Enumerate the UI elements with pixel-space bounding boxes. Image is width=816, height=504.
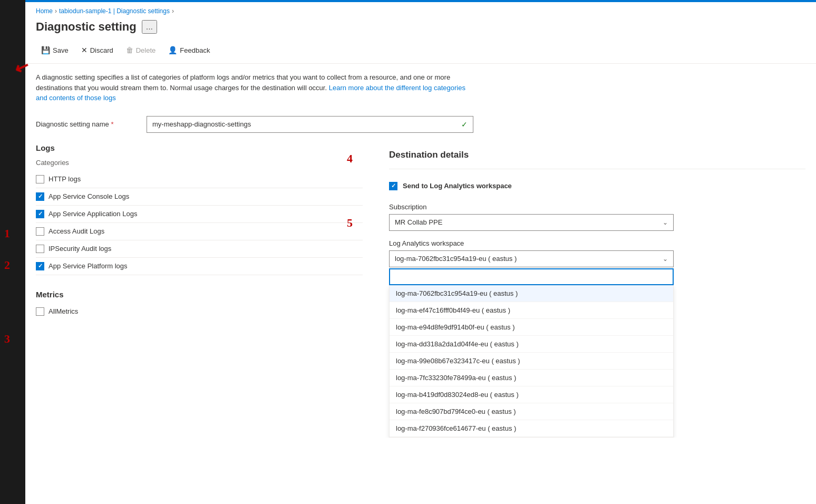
http-logs-checkbox[interactable]	[36, 175, 44, 183]
workspace-chevron: ⌄	[663, 255, 668, 263]
breadcrumb-sep2: ›	[172, 7, 174, 15]
workspace-selected-value: log-ma-7062fbc31c954a19-eu ( eastus )	[395, 255, 517, 263]
workspace-search-input[interactable]	[389, 268, 674, 285]
diagnostic-name-value[interactable]: my-meshapp-diagnostic-settings	[152, 120, 251, 128]
log-item-ipsecurity: IPSecurity Audit logs	[36, 240, 363, 258]
page-title: Diagnostic setting	[36, 20, 137, 34]
workspace-group: Log Analytics workspace log-ma-7062fbc31…	[389, 239, 805, 438]
log-analytics-checkbox[interactable]	[389, 182, 397, 190]
destination-section: Destination details Send to Log Analytic…	[389, 143, 805, 438]
annotation-4: 4	[347, 152, 353, 166]
discard-button[interactable]: ✕ Discard	[76, 43, 119, 57]
logs-section-title: Logs	[36, 137, 363, 157]
save-icon: 💾	[41, 46, 50, 54]
breadcrumb-resource[interactable]: tabiodun-sample-1 | Diagnostic settings	[59, 7, 170, 15]
content-grid: 1 2 3 Logs Categories HTTP logs App Serv…	[25, 137, 816, 438]
console-logs-checkbox[interactable]	[36, 192, 44, 201]
metrics-section-title: Metrics	[36, 284, 363, 303]
annotation-5: 5	[347, 216, 353, 230]
log-item-http: HTTP logs	[36, 171, 363, 188]
checkmark-icon: ✓	[461, 120, 468, 129]
categories-label: Categories	[36, 157, 363, 171]
annotation-2: 2	[4, 258, 10, 272]
description-area: A diagnostic setting specifies a list of…	[25, 64, 479, 112]
console-logs-label: App Service Console Logs	[48, 192, 129, 200]
workspace-label: Log Analytics workspace	[389, 239, 805, 247]
left-panel: Logs Categories HTTP logs App Service Co…	[36, 137, 373, 438]
page-title-row: Diagnostic setting ...	[25, 18, 816, 40]
delete-icon: 🗑	[126, 46, 133, 54]
workspace-item-7[interactable]: log-ma-fe8c907bd79f4ce0-eu ( eastus )	[390, 403, 673, 420]
workspace-select[interactable]: log-ma-7062fbc31c954a19-eu ( eastus ) ⌄	[389, 250, 674, 267]
breadcrumb-sep1: ›	[55, 7, 57, 15]
allmetrics-label: AllMetrics	[48, 307, 78, 315]
ipsecurity-audit-checkbox[interactable]	[36, 245, 44, 253]
subscription-chevron: ⌄	[663, 219, 668, 226]
log-item-application: App Service Application Logs	[36, 206, 363, 223]
workspace-item-3[interactable]: log-ma-dd318a2da1d04f4e-eu ( eastus )	[390, 336, 673, 353]
annotation-1: 1	[4, 227, 10, 240]
metric-item-allmetrics: AllMetrics	[36, 303, 363, 320]
breadcrumb: Home › tabiodun-sample-1 | Diagnostic se…	[25, 2, 816, 18]
workspace-dropdown-container: log-ma-7062fbc31c954a19-eu ( eastus ) ⌄ …	[389, 250, 674, 438]
workspace-item-4[interactable]: log-ma-99e08b67e323417c-eu ( eastus )	[390, 353, 673, 370]
application-logs-checkbox[interactable]	[36, 210, 44, 218]
access-audit-checkbox[interactable]	[36, 227, 44, 236]
breadcrumb-home[interactable]: Home	[36, 7, 53, 15]
subscription-label: Subscription	[389, 203, 805, 211]
access-audit-label: Access Audit Logs	[48, 227, 104, 235]
subscription-group: Subscription MR Collab PPE ⌄	[389, 203, 805, 231]
log-item-platform: App Service Platform logs	[36, 258, 363, 275]
ellipsis-button[interactable]: ...	[142, 20, 157, 34]
right-panel: 4 5 Destination details Send to Log Anal…	[373, 137, 805, 438]
workspace-dropdown-list: log-ma-7062fbc31c954a19-eu ( eastus ) lo…	[389, 285, 674, 438]
workspace-item-6[interactable]: log-ma-b419df0d83024ed8-eu ( eastus )	[390, 386, 673, 403]
workspace-item-2[interactable]: log-ma-e94d8fe9df914b0f-eu ( eastus )	[390, 319, 673, 336]
log-analytics-checkbox-row: Send to Log Analytics workspace	[389, 178, 805, 195]
metrics-section: Metrics AllMetrics	[36, 284, 363, 320]
log-item-console: App Service Console Logs	[36, 188, 363, 206]
toolbar: 💾 Save ✕ Discard 🗑 Delete 👤 Feedback	[25, 40, 816, 64]
save-button[interactable]: 💾 Save	[36, 43, 74, 57]
workspace-item-8[interactable]: log-ma-f270936fce614677-eu ( eastus )	[390, 420, 673, 437]
diagnostic-name-label: Diagnostic setting name *	[36, 120, 141, 128]
platform-logs-checkbox[interactable]	[36, 262, 44, 270]
subscription-value: MR Collab PPE	[395, 218, 442, 226]
workspace-item-5[interactable]: log-ma-7fc33230fe78499a-eu ( eastus )	[390, 370, 673, 386]
feedback-button[interactable]: 👤 Feedback	[163, 43, 215, 57]
diagnostic-name-row: Diagnostic setting name * my-meshapp-dia…	[25, 112, 552, 137]
annotation-3: 3	[4, 332, 10, 346]
workspace-item-0[interactable]: log-ma-7062fbc31c954a19-eu ( eastus )	[390, 285, 673, 302]
feedback-icon: 👤	[168, 46, 177, 54]
discard-icon: ✕	[81, 46, 88, 54]
destination-title: Destination details	[389, 143, 805, 169]
workspace-item-1[interactable]: log-ma-ef47c16fff0b4f49-eu ( eastus )	[390, 302, 673, 319]
log-item-access: Access Audit Logs	[36, 223, 363, 240]
http-logs-label: HTTP logs	[48, 175, 81, 183]
delete-button[interactable]: 🗑 Delete	[121, 43, 161, 57]
log-analytics-label: Send to Log Analytics workspace	[403, 182, 512, 190]
diagnostic-name-input-container: my-meshapp-diagnostic-settings ✓	[147, 116, 473, 133]
ipsecurity-audit-label: IPSecurity Audit logs	[48, 245, 111, 253]
subscription-select[interactable]: MR Collab PPE ⌄	[389, 214, 674, 231]
application-logs-label: App Service Application Logs	[48, 210, 137, 218]
allmetrics-checkbox[interactable]	[36, 307, 44, 316]
platform-logs-label: App Service Platform logs	[48, 262, 128, 270]
